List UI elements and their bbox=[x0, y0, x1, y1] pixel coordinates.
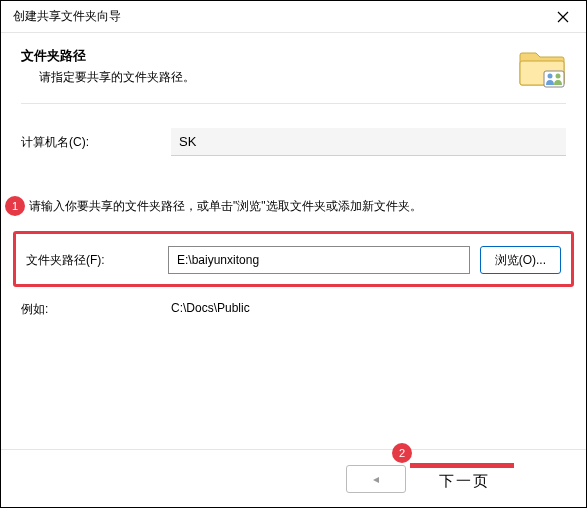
shared-folder-icon bbox=[518, 47, 566, 89]
close-button[interactable] bbox=[540, 1, 586, 33]
divider bbox=[21, 103, 566, 104]
computer-name-value: SK bbox=[171, 128, 566, 156]
svg-point-1 bbox=[548, 74, 553, 79]
titlebar: 创建共享文件夹向导 bbox=[1, 1, 586, 33]
folder-path-label: 文件夹路径(F): bbox=[26, 252, 158, 269]
annotation-marker-2: 2 bbox=[392, 443, 412, 463]
example-value: C:\Docs\Public bbox=[171, 301, 250, 318]
next-area: 2 ◂ 下一页 bbox=[346, 465, 516, 493]
next-button[interactable]: 下一页 bbox=[412, 465, 516, 493]
folder-path-input[interactable] bbox=[168, 246, 470, 274]
instruction-block: 1 请输入你要共享的文件夹路径，或单击"浏览"选取文件夹或添加新文件夹。 文件夹… bbox=[21, 198, 566, 287]
page-title: 文件夹路径 bbox=[21, 47, 518, 65]
content-area: 计算机名(C): SK 1 请输入你要共享的文件夹路径，或单击"浏览"选取文件夹… bbox=[1, 103, 586, 318]
instruction-text: 请输入你要共享的文件夹路径，或单击"浏览"选取文件夹或添加新文件夹。 bbox=[21, 198, 566, 215]
folder-path-highlight: 文件夹路径(F): 浏览(O)... bbox=[13, 231, 574, 287]
browse-button[interactable]: 浏览(O)... bbox=[480, 246, 561, 274]
computer-name-label: 计算机名(C): bbox=[21, 134, 171, 151]
example-row: 例如: C:\Docs\Public bbox=[21, 301, 566, 318]
computer-name-row: 计算机名(C): SK bbox=[21, 128, 566, 156]
svg-point-2 bbox=[556, 74, 561, 79]
window-title: 创建共享文件夹向导 bbox=[13, 8, 121, 25]
back-button[interactable]: ◂ bbox=[346, 465, 406, 493]
example-label: 例如: bbox=[21, 301, 171, 318]
page-subtitle: 请指定要共享的文件夹路径。 bbox=[21, 69, 518, 86]
wizard-footer: 2 ◂ 下一页 bbox=[1, 449, 586, 507]
close-icon bbox=[557, 11, 569, 23]
wizard-header: 文件夹路径 请指定要共享的文件夹路径。 bbox=[1, 33, 586, 99]
annotation-marker-1: 1 bbox=[5, 196, 25, 216]
